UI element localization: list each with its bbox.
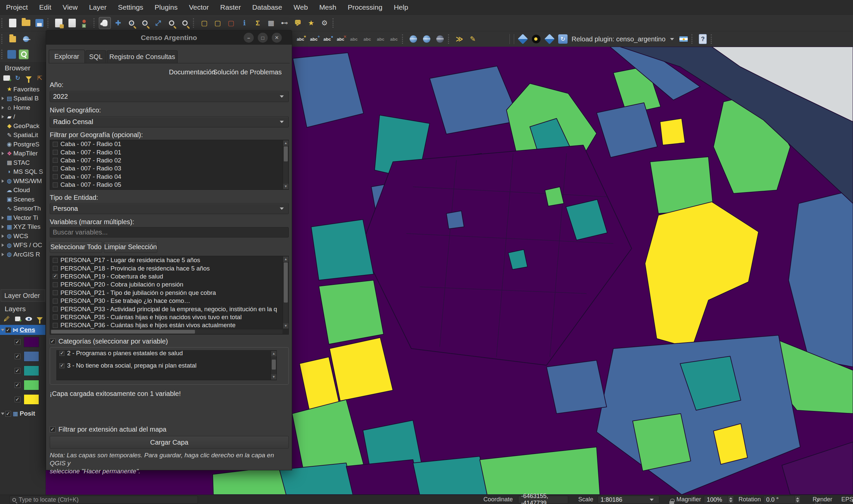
list-item[interactable]: Caba - 007 - Radio 04 [50, 173, 289, 181]
item-checkbox[interactable] [53, 290, 58, 295]
pan-map-icon[interactable] [99, 17, 111, 29]
item-checkbox[interactable] [53, 174, 58, 179]
identify-features-icon[interactable]: ℹ [238, 17, 250, 29]
menu-database[interactable]: Database [252, 3, 282, 11]
item-checkbox[interactable] [53, 158, 58, 163]
categories-checkbox-row[interactable]: Categorías (seleccionar por variable) [50, 338, 168, 345]
locate-input[interactable]: Type to locate (Ctrl+K) [10, 496, 198, 504]
pencil-edit-icon[interactable]: ✎ [467, 33, 479, 45]
troubleshooting-link[interactable]: Solución de Problemas [213, 68, 282, 76]
load-layer-button[interactable]: Cargar Capa [50, 436, 289, 449]
label-abc-d-icon[interactable]: abc [388, 33, 400, 45]
scrollbar-vertical[interactable]: ▲ ▼ [283, 256, 288, 328]
pan-to-selection-icon[interactable]: ✚ [112, 17, 124, 29]
item-checkbox[interactable] [53, 274, 58, 279]
zoom-last-icon[interactable] [179, 17, 191, 29]
zoom-full-icon[interactable]: ⤢ [152, 17, 164, 29]
layer-row-censo[interactable]: ⋈ Cens [0, 325, 46, 335]
zoom-out-icon[interactable]: − [139, 17, 151, 29]
filter-icon[interactable] [25, 74, 33, 82]
geographic-level-select[interactable]: Radio Censal [50, 116, 289, 127]
layer-order-panel-header[interactable]: Layer Order [1, 289, 45, 302]
argentina-flag-icon[interactable] [677, 33, 690, 45]
browser-item-geopackage[interactable]: ◆GeoPack [0, 121, 46, 131]
browser-item-mssql[interactable]: ◗MS SQL S [0, 167, 46, 177]
menu-web[interactable]: Web [294, 3, 308, 11]
crs-indicator[interactable]: EPSG:3857 [841, 496, 853, 503]
legend-row[interactable] [0, 335, 46, 349]
menu-plugins[interactable]: Plugins [155, 3, 178, 11]
item-checkbox[interactable] [53, 282, 58, 287]
year-select[interactable]: 2022 [50, 91, 289, 102]
toolbar-grip[interactable] [93, 18, 97, 28]
scroll-thumb[interactable] [51, 330, 195, 334]
item-checkbox[interactable] [53, 182, 58, 187]
browser-item-scenes[interactable]: ▣Scenes [0, 195, 46, 204]
list-item[interactable]: PERSONA_P18 - Provincia de residencia ha… [50, 264, 289, 272]
toolbar-grip[interactable] [402, 34, 405, 44]
label-abc-red-icon[interactable]: abc✕ [334, 33, 347, 45]
item-checkbox[interactable] [53, 307, 58, 311]
browser-item-root[interactable]: ▰/ [0, 112, 46, 122]
legend-checkbox[interactable] [15, 354, 20, 359]
new-print-layout-icon[interactable] [53, 17, 65, 29]
spinner-arrows-icon[interactable] [795, 496, 800, 503]
scroll-thumb[interactable] [284, 263, 288, 303]
item-checkbox[interactable] [53, 150, 58, 155]
browser-item-maptiler[interactable]: ❖MapTiler [0, 149, 46, 159]
entity-type-select[interactable]: Persona [50, 203, 289, 214]
menu-vector[interactable]: Vector [189, 3, 209, 11]
reload-plugin-icon[interactable]: ↻ [557, 33, 569, 45]
browser-item-postgresql[interactable]: ◉PostgreS [0, 140, 46, 149]
list-item[interactable]: PERSONA_P30 - Ese trabajo ¿lo hace como… [50, 297, 289, 305]
toolbar-grip[interactable] [1, 18, 5, 28]
plugin-kite-2-icon[interactable] [543, 33, 556, 45]
toolbar-grip[interactable] [1, 50, 5, 59]
item-checkbox[interactable] [59, 363, 65, 368]
list-item[interactable]: PERSONA_P17 - Lugar de residencia hace 5… [50, 256, 289, 264]
label-abc-b-icon[interactable]: abc [361, 33, 373, 45]
item-checkbox[interactable] [53, 142, 58, 147]
list-item[interactable]: Caba - 007 - Radio 02 [50, 157, 289, 164]
spinner-arrows-icon[interactable] [728, 496, 733, 503]
refresh-icon[interactable]: ↻ [14, 74, 22, 82]
zoom-to-selection-icon[interactable] [166, 17, 178, 29]
documentation-link[interactable]: Documentación [169, 68, 215, 76]
categories-checkbox[interactable] [50, 339, 55, 344]
browser-item-favorites[interactable]: ★Favorites [0, 85, 46, 94]
list-item[interactable]: PERSONA_P33 - Actividad principal de la … [50, 305, 289, 313]
reload-plugin-dropdown-arrow[interactable] [670, 38, 674, 40]
extent-filter-checkbox-row[interactable]: Filtrar por extensión actual del mapa [50, 426, 167, 433]
item-checkbox[interactable] [53, 299, 58, 304]
processing-gear-icon[interactable]: ⚙ [318, 17, 331, 29]
list-item[interactable]: PERSONA_P21 - Tipo de jubilación o pensi… [50, 289, 289, 297]
extent-filter-checkbox[interactable] [50, 427, 55, 432]
select-features-icon[interactable]: ▢ [198, 17, 210, 29]
style-brush-icon[interactable]: 🖉 [3, 315, 11, 323]
python-console-icon[interactable]: ≫ [453, 33, 465, 45]
toolbar-grip[interactable] [692, 34, 695, 44]
menu-layer[interactable]: Layer [89, 3, 107, 11]
item-checkbox[interactable] [53, 266, 58, 271]
browser-item-spatialite[interactable]: ✎SpatiaLit [0, 131, 46, 140]
collapse-arrow-icon[interactable] [0, 329, 5, 331]
menu-processing[interactable]: Processing [348, 3, 382, 11]
scroll-down-icon[interactable]: ▼ [271, 374, 276, 380]
list-item[interactable]: Caba - 007 - Radio 05 [50, 181, 289, 189]
clear-selection-button[interactable]: Limpiar Selección [104, 241, 157, 253]
manage-visibility-icon[interactable] [25, 315, 33, 323]
item-checkbox[interactable] [53, 166, 58, 171]
toolbar-grip[interactable] [193, 18, 196, 28]
statistical-summary-icon[interactable]: Σ [252, 17, 264, 29]
zoom-in-icon[interactable]: + [125, 17, 138, 29]
attribute-table-icon[interactable]: ▦ [265, 17, 277, 29]
legend-row[interactable] [0, 378, 46, 392]
browser-item-cloud[interactable]: ☁Cloud [0, 186, 46, 195]
scrollbar-vertical[interactable]: ▲ ▼ [271, 351, 276, 380]
legend-checkbox[interactable] [15, 368, 20, 374]
legend-checkbox[interactable] [15, 382, 20, 388]
scale-select[interactable]: 1:80186 [597, 496, 659, 504]
browser-item-wfs[interactable]: ◍WFS / OC [0, 241, 46, 250]
add-vector-layer-icon[interactable] [7, 33, 19, 45]
layer-visibility-checkbox[interactable] [5, 327, 11, 333]
